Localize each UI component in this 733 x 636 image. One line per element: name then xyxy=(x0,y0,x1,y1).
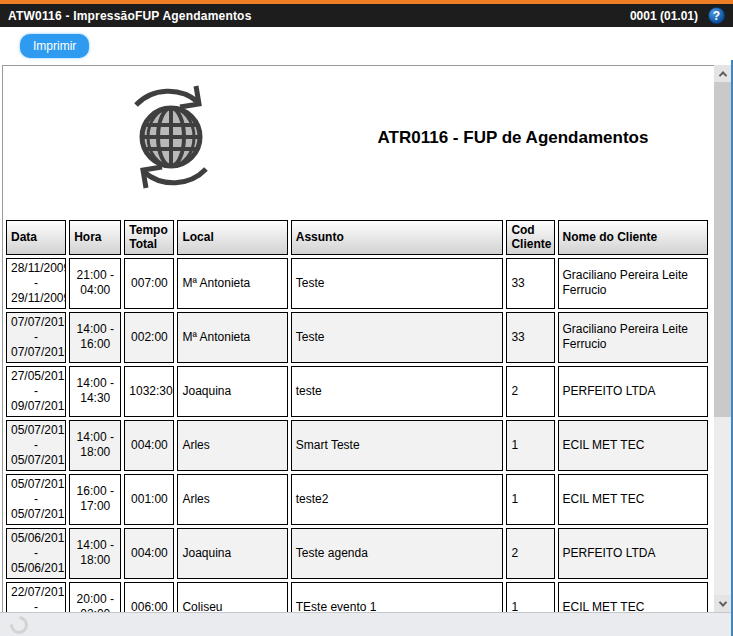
cell-local: Mª Antonieta xyxy=(177,258,287,309)
table-header-row: Data Hora Tempo Total Local Assunto Cod … xyxy=(6,220,708,255)
cell-cod: 2 xyxy=(506,366,554,417)
print-button[interactable]: Imprimir xyxy=(20,34,89,58)
title-bar: ATW0116 - ImpressãoFUP Agendamentos 0001… xyxy=(0,0,733,27)
cell-cliente: PERFEITO LTDA xyxy=(558,528,708,579)
toolbar: Imprimir xyxy=(0,27,733,65)
table-row: 28/11/2009 - 29/11/2009 21:00 - 04:00 00… xyxy=(6,258,708,309)
cell-tempo: 007:00 xyxy=(124,258,174,309)
cell-cod: 33 xyxy=(506,258,554,309)
cell-data: 27/05/2012 - 09/07/2012 xyxy=(6,366,66,417)
cell-assunto: Teste xyxy=(291,258,504,309)
table-row: 27/05/2012 - 09/07/2012 14:00 - 14:30 10… xyxy=(6,366,708,417)
loading-spinner-icon xyxy=(6,612,31,636)
cell-tempo: 1032:30 xyxy=(124,366,174,417)
cell-hora: 16:00 - 17:00 xyxy=(69,474,121,525)
cell-data: 05/06/2017 - 05/06/2017 xyxy=(6,528,66,579)
cell-cod: 1 xyxy=(506,420,554,471)
table-row: 07/07/2010 - 07/07/2010 14:00 - 16:00 00… xyxy=(6,312,708,363)
cell-assunto: Teste xyxy=(291,312,504,363)
cell-data: 05/07/2012 - 05/07/2012 xyxy=(6,420,66,471)
version-label: 0001 (01.01) xyxy=(630,9,698,23)
scroll-down-button[interactable] xyxy=(714,595,731,612)
cell-assunto: Teste agenda xyxy=(291,528,504,579)
cell-tempo: 001:00 xyxy=(124,474,174,525)
bottom-bar xyxy=(0,612,733,636)
cell-cod: 2 xyxy=(506,528,554,579)
app-window: ATW0116 - ImpressãoFUP Agendamentos 0001… xyxy=(0,0,733,636)
cell-cod: 1 xyxy=(506,474,554,525)
cell-cliente: Graciliano Pereira Leite Ferrucio xyxy=(558,312,708,363)
cell-local: Arles xyxy=(177,474,287,525)
cell-tempo: 004:00 xyxy=(124,420,174,471)
cell-hora: 14:00 - 18:00 xyxy=(69,528,121,579)
col-header-hora: Hora xyxy=(69,220,121,255)
cell-cliente: ECIL MET TEC xyxy=(558,474,708,525)
cell-hora: 14:00 - 14:30 xyxy=(69,366,121,417)
col-header-cod-cliente: Cod Cliente xyxy=(506,220,554,255)
cell-cod: 1 xyxy=(506,582,554,612)
cell-assunto: TEste evento 1 xyxy=(291,582,504,612)
cell-local: Mª Antonieta xyxy=(177,312,287,363)
col-header-data: Data xyxy=(6,220,66,255)
cell-data: 07/07/2010 - 07/07/2010 xyxy=(6,312,66,363)
schedule-table: Data Hora Tempo Total Local Assunto Cod … xyxy=(3,217,711,612)
help-icon[interactable]: ? xyxy=(708,7,725,24)
cell-cliente: ECIL MET TEC xyxy=(558,420,708,471)
report-title: ATR0116 - FUP de Agendamentos xyxy=(323,128,703,148)
cell-cliente: Graciliano Pereira Leite Ferrucio xyxy=(558,258,708,309)
col-header-nome-cliente: Nome do Cliente xyxy=(558,220,708,255)
cell-data: 22/07/2017 - 23/07/2017 xyxy=(6,582,66,612)
cell-tempo: 006:00 xyxy=(124,582,174,612)
cell-assunto: teste2 xyxy=(291,474,504,525)
globe-sync-icon xyxy=(111,72,231,198)
cell-cliente: PERFEITO LTDA xyxy=(558,366,708,417)
cell-assunto: Smart Teste xyxy=(291,420,504,471)
cell-cod: 33 xyxy=(506,312,554,363)
cell-hora: 14:00 - 16:00 xyxy=(69,312,121,363)
chevron-up-icon xyxy=(718,71,726,79)
cell-hora: 20:00 - 02:00 xyxy=(69,582,121,612)
table-row: 05/07/2012 - 05/07/2012 14:00 - 18:00 00… xyxy=(6,420,708,471)
scroll-up-button[interactable] xyxy=(714,65,731,82)
cell-local: Coliseu xyxy=(177,582,287,612)
table-row: 05/07/2012 - 05/07/2012 16:00 - 17:00 00… xyxy=(6,474,708,525)
cell-cliente: ECIL MET TEC xyxy=(558,582,708,612)
table-row: 05/06/2017 - 05/06/2017 14:00 - 18:00 00… xyxy=(6,528,708,579)
vertical-scrollbar[interactable] xyxy=(714,65,731,612)
chevron-down-icon xyxy=(718,598,726,606)
cell-tempo: 004:00 xyxy=(124,528,174,579)
scrollbar-thumb[interactable] xyxy=(714,82,731,417)
table-row: 22/07/2017 - 23/07/2017 20:00 - 02:00 00… xyxy=(6,582,708,612)
cell-data: 05/07/2012 - 05/07/2012 xyxy=(6,474,66,525)
cell-data: 28/11/2009 - 29/11/2009 xyxy=(6,258,66,309)
cell-hora: 14:00 - 18:00 xyxy=(69,420,121,471)
cell-local: Joaquina xyxy=(177,366,287,417)
cell-tempo: 002:00 xyxy=(124,312,174,363)
report-frame: ATR0116 - FUP de Agendamentos Data Hora … xyxy=(2,65,714,612)
col-header-local: Local xyxy=(177,220,287,255)
cell-local: Joaquina xyxy=(177,528,287,579)
cell-local: Arles xyxy=(177,420,287,471)
cell-assunto: teste xyxy=(291,366,504,417)
cell-hora: 21:00 - 04:00 xyxy=(69,258,121,309)
col-header-assunto: Assunto xyxy=(291,220,504,255)
col-header-tempo-total: Tempo Total xyxy=(124,220,174,255)
window-title: ATW0116 - ImpressãoFUP Agendamentos xyxy=(8,9,252,23)
